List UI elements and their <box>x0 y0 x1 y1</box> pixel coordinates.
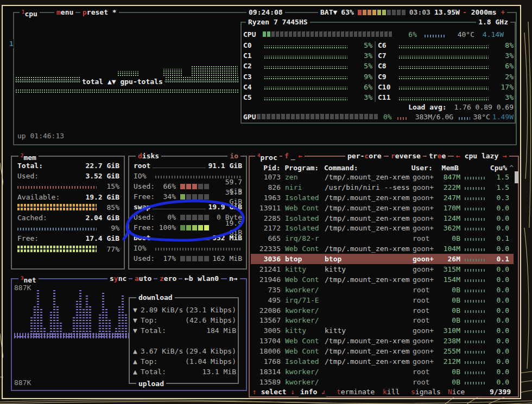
disk-name-row: swap19.9 GiB <box>134 202 242 212</box>
net-io-panel: download upload ▼2.89 KiB/s(23.1 Kibps)▼… <box>129 297 239 384</box>
cpu-side-number: 1 <box>9 39 14 48</box>
mem-stat-meter: 85% <box>17 202 119 213</box>
process-row[interactable]: 22335Web Cont/tmp/.mount_zen-xremgoon+10… <box>251 243 514 254</box>
load-average: Load avg: 1.76 0.89 0.69 <box>347 102 514 112</box>
proc-scrollbar[interactable] <box>515 171 518 183</box>
mem-stat-row: Free:17.4 GiB <box>17 233 119 243</box>
cpu-box-title[interactable]: 1cpu <box>20 8 40 18</box>
cpu-power: 4.14W <box>477 30 504 39</box>
cpu-model: Ryzen 7 7445HS <box>246 17 310 27</box>
process-row[interactable]: 2285Isolated/tmp/.mount_zen-xremgoon+124… <box>251 213 514 223</box>
cpu-core-row: C68% <box>378 40 514 50</box>
battery-meter <box>358 10 406 15</box>
process-row[interactable]: 13704Web Cont/tmp/.mount_zen-xremgoon+23… <box>251 336 514 346</box>
proc-tree-toggle[interactable]: tree <box>427 151 448 161</box>
interval-minus-button[interactable]: - <box>463 8 467 16</box>
process-row[interactable]: 1768Isolated/tmp/.mount_zen-xremgoon+212… <box>251 356 514 367</box>
uptime: up 01:46:13 <box>17 131 64 140</box>
load-avg-values: 1.76 0.89 0.69 <box>454 103 514 111</box>
cores-divider <box>375 41 376 102</box>
process-row[interactable]: 13911Web Cont/tmp/.mount_zen-xremgoon+17… <box>251 203 514 213</box>
process-row[interactable]: 13589kworker/root0B0.0 <box>251 377 514 387</box>
battery-status: BAT▼ 63% 03:03 13.95W <box>318 8 462 17</box>
process-row[interactable]: 735kworker/root0B0.0 <box>251 285 514 295</box>
cpu-core-row: C92% <box>378 72 514 82</box>
net-graph-bar <box>53 290 55 337</box>
disk-usage-row: Used:17%162 MiB <box>134 253 242 264</box>
cpu-core-row: C05% <box>243 40 372 50</box>
select-control[interactable]: ↑ select ↓ <box>251 387 296 396</box>
net-scale-bottom: 887K <box>14 378 31 387</box>
gpu-temp: 38°C <box>473 112 490 121</box>
cpu-graph-divider[interactable]: total ▲▼ gpu-totals <box>15 81 239 82</box>
process-row[interactable]: 826niri/usr/bin/niri --sessgoon+222M1.5 <box>251 182 514 193</box>
gpu-memory: 383M/6.0G <box>415 112 453 121</box>
net-next-iface-button[interactable]: n→ <box>227 274 240 283</box>
mem-stat-meter: 15% <box>17 181 119 191</box>
proc-box-title[interactable]: 4proc <box>255 151 280 162</box>
proc-header-command[interactable]: Command: <box>324 163 410 172</box>
nice-button[interactable]: Nice <box>446 387 466 396</box>
disks-io-toggle[interactable]: io <box>227 151 240 161</box>
net-zero-toggle[interactable]: zero <box>157 274 179 283</box>
cpu-core-row: C73% <box>378 50 514 61</box>
cpu-total-meter <box>263 31 392 37</box>
net-download-graph <box>14 290 130 337</box>
net-graph-bar <box>102 291 104 337</box>
preset-button[interactable]: preset * <box>80 8 119 17</box>
net-interface: wlan0 <box>195 274 221 283</box>
info-button[interactable]: info ↲ <box>299 387 326 397</box>
proc-header-user[interactable]: User: <box>411 163 436 172</box>
proc-header-pid[interactable]: Pid: <box>251 163 281 172</box>
disk-name-row: boot952 MiB <box>134 233 242 243</box>
net-sync-toggle[interactable]: sync <box>107 274 129 283</box>
process-row-selected[interactable]: 3036btopbtopgoon+26M0.1 <box>251 254 514 264</box>
process-row[interactable]: 1963Isolated/tmp/.mount_zen-xremgoon+247… <box>251 193 514 203</box>
net-io-row: ▼Top:(42.6 Mibps) <box>133 315 236 325</box>
signals-button[interactable]: signals <box>409 387 442 396</box>
net-graph-baseline2 <box>14 336 129 338</box>
net-prev-iface-button[interactable]: ←b <box>182 274 195 283</box>
net-auto-toggle[interactable]: auto <box>132 274 154 283</box>
disk-usage-row: Free:100%19.9 GiB <box>134 222 242 233</box>
process-row[interactable]: 18006Web Cont/tmp/.mount_zen-xremgoon+25… <box>251 346 514 356</box>
proc-sort-selector[interactable]: ← cpu lazy → <box>454 151 509 161</box>
process-row[interactable]: 13567kworker/root0B0.0 <box>251 315 514 325</box>
gpu-label: GPU <box>243 112 256 121</box>
process-row[interactable]: 1073zen/tmp/.mount_zen-xremgoon+847M1.5 <box>251 172 514 182</box>
disks-box-title[interactable]: disks <box>136 151 161 161</box>
gpu-temp-graph <box>459 117 470 120</box>
proc-header-cpu[interactable]: Cpu% <box>459 163 507 172</box>
kill-button[interactable]: kill <box>381 387 401 396</box>
process-row[interactable]: 665irq/82-rroot0B0.1 <box>251 233 514 243</box>
battery-time: 03:03 <box>409 8 430 17</box>
battery-label: BAT▼ <box>320 8 337 17</box>
process-row[interactable]: 3005kittykittygoon+310M0.0 <box>251 325 514 336</box>
interval-plus-button[interactable]: + <box>501 8 505 16</box>
battery-power: 13.95W <box>434 8 460 17</box>
process-row[interactable]: 18314kworker/root0B0.0 <box>251 367 514 377</box>
proc-reverse-toggle[interactable]: reverse <box>389 151 423 161</box>
net-graph-bar <box>37 290 39 337</box>
cpu-temp-graph <box>425 35 445 37</box>
process-row[interactable]: 495irq/71-Eroot0B0.0 <box>251 295 514 305</box>
proc-percore-toggle[interactable]: per-core <box>345 151 384 161</box>
net-io-row: ▲Total:13.1 MiB <box>133 367 236 377</box>
gpu-meter <box>257 114 378 119</box>
desktop: 1cpu menu preset * 09:24:08 BAT▼ 63% 03:… <box>0 0 532 404</box>
process-row[interactable]: 21241kittykittygoon+315M0.0 <box>251 264 514 274</box>
menu-button[interactable]: menu <box>54 8 75 17</box>
proc-filter-button[interactable]: f_← <box>282 151 305 161</box>
proc-header-program[interactable]: Program: <box>285 163 322 172</box>
terminate-button[interactable]: terminate <box>335 387 376 396</box>
proc-header-mem[interactable]: MemB <box>435 163 459 172</box>
net-io-row: ▼2.89 KiB/s(23.1 Kibps) <box>133 305 236 315</box>
cpu-cores-right: C68%C73%C86%C92%C1017%C113% <box>378 40 514 102</box>
mem-stat-meter: 77% <box>17 244 119 254</box>
process-row[interactable]: 22086kworker/root0B0.0 <box>251 305 514 316</box>
process-row[interactable]: 2172Isolated/tmp/.mount_zen-xremgoon+362… <box>251 223 514 233</box>
upload-title: upload <box>136 379 166 388</box>
mem-stat-meter: 9% <box>17 223 119 233</box>
process-row[interactable]: 21946Web Cont/tmp/.mount_zen-xremgoon+15… <box>251 274 514 285</box>
cpu-core-row: C113% <box>378 92 514 102</box>
